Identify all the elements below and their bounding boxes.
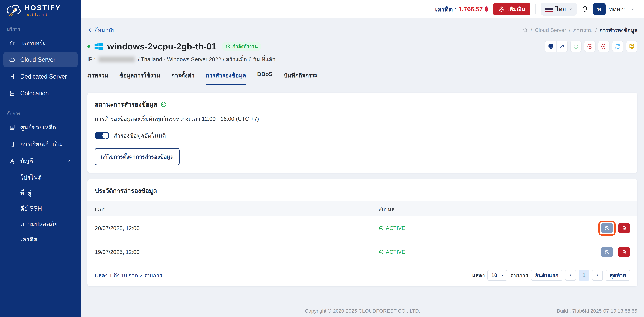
edit-backup-settings-button[interactable]: แก้ไขการตั้งค่าการสำรองข้อมูล: [95, 148, 180, 165]
sidebar-item-dashboard[interactable]: แดชบอร์ด: [3, 35, 78, 51]
user-gear-icon: [9, 158, 16, 164]
auto-backup-toggle[interactable]: [95, 132, 109, 139]
trash-icon: [621, 225, 627, 231]
language-label: ไทย: [556, 5, 566, 14]
topup-label: เติมเงิน: [507, 5, 526, 14]
status-active: ACTIVE: [378, 249, 405, 255]
tab-activity-log[interactable]: บันทึกกิจกรรม: [284, 71, 319, 85]
brand-domain: hostify.in.th: [24, 13, 61, 17]
sidebar-subitem-credit[interactable]: เครดิต: [3, 232, 78, 247]
coin-icon: $: [498, 6, 505, 13]
sidebar-item-dedicated-server[interactable]: Dedicated Server: [3, 69, 78, 84]
delete-backup-button[interactable]: [618, 223, 630, 233]
pagination-summary: แสดง 1 ถึง 10 จาก 2 รายการ: [95, 271, 162, 280]
highlight-ring: [598, 221, 616, 236]
sidebar-item-help-center[interactable]: ? ศูนย์ช่วยเหลือ: [3, 120, 78, 135]
console-button[interactable]: [545, 41, 556, 52]
brand-logo[interactable]: HOSTIFY hostify.in.th: [0, 0, 81, 17]
console-button-group: [545, 41, 568, 52]
backup-history-card: ประวัติการสำรองข้อมูล เวลา สถานะ 20/07/2…: [88, 179, 638, 286]
svg-text:?: ?: [12, 126, 13, 128]
restore-backup-button[interactable]: [601, 223, 613, 233]
tab-backup[interactable]: การสำรองข้อมูล: [206, 71, 246, 85]
page-1-button[interactable]: 1: [578, 270, 589, 281]
restore-backup-button[interactable]: [601, 247, 613, 257]
backup-time: 20/07/2025, 12:00: [95, 225, 378, 231]
home-icon[interactable]: [522, 28, 528, 33]
page-size-select[interactable]: 10: [488, 270, 507, 281]
arrow-up-right-icon: [559, 43, 565, 50]
back-link[interactable]: ย้อนกลับ: [88, 26, 116, 35]
sidebar-item-billing[interactable]: การเรียกเก็บเงิน: [3, 136, 78, 152]
breadcrumb-current: การสำรองข้อมูล: [600, 26, 638, 35]
next-page-button[interactable]: [592, 270, 603, 281]
auto-backup-label: สำรองข้อมูลอัตโนมัติ: [114, 131, 166, 140]
ip-address-redacted: [99, 57, 135, 62]
language-selector[interactable]: ไทย: [541, 3, 576, 16]
server-meta-text: / Thailand - Windows Server 2022 / สร้าง…: [138, 55, 275, 64]
footer: Copyright © 2020-2025 CLOUDFOREST CO., L…: [81, 305, 644, 317]
chevron-down-icon: [569, 7, 572, 11]
sidebar-item-account[interactable]: บัญชี: [3, 153, 78, 169]
open-console-external-button[interactable]: [556, 41, 567, 52]
sidebar-subitem-profile[interactable]: โปรไฟล์: [3, 170, 78, 185]
backup-status-card: สถานะการสำรองข้อมูล การสำรองข้อมูลจะเริ่…: [88, 93, 638, 173]
sidebar: HOSTIFY hostify.in.th บริการ แดชบอร์ด Cl…: [0, 0, 81, 317]
previous-page-button[interactable]: [565, 270, 576, 281]
backup-time: 19/07/2025, 12:00: [95, 249, 378, 255]
delete-backup-button[interactable]: [618, 247, 630, 257]
brand-name: HOSTIFY: [24, 4, 61, 12]
sidebar-item-label: การเรียกเก็บเงิน: [20, 139, 62, 149]
tab-overview[interactable]: ภาพรวม: [88, 71, 108, 85]
show-label: แสดง: [472, 271, 485, 280]
restart-icon: [601, 43, 607, 50]
power-on-button[interactable]: [570, 41, 582, 52]
items-label: รายการ: [510, 271, 528, 280]
breadcrumb-separator: /: [530, 27, 532, 33]
breadcrumb-overview[interactable]: ภาพรวม: [573, 26, 592, 35]
backup-schedule-text: การสำรองข้อมูลจะเริ่มต้นทุกวันระหว่างเวล…: [95, 114, 630, 123]
sidebar-section-services: บริการ: [7, 25, 81, 33]
arrow-left-icon: [88, 28, 92, 33]
sidebar-subitem-security[interactable]: ความปลอดภัย: [3, 216, 78, 231]
status-label: ACTIVE: [386, 249, 405, 255]
backup-status-title: สถานะการสำรองข้อมูล: [95, 99, 157, 109]
tab-settings[interactable]: การตั้งค่า: [171, 71, 194, 85]
chevron-up-icon: [68, 159, 72, 163]
credit-value: 1,766.57 ฿: [458, 6, 488, 13]
sidebar-item-label: ศูนย์ช่วยเหลือ: [20, 123, 56, 132]
notifications-bell-icon[interactable]: [581, 6, 588, 13]
breadcrumb-cloud-server[interactable]: Cloud Server: [535, 27, 566, 33]
stop-button[interactable]: [584, 41, 596, 52]
sidebar-subitem-label: โปรไฟล์: [20, 173, 42, 182]
table-row: 20/07/2025, 12:00 ACTIVE: [88, 216, 638, 240]
sidebar-item-label: Cloud Server: [20, 56, 56, 63]
ring-spacer: [598, 244, 616, 260]
column-header-status: สถานะ: [378, 205, 592, 213]
user-menu[interactable]: ท ทดสอบ: [593, 3, 634, 16]
toggle-knob: [102, 133, 108, 139]
reinstall-button[interactable]: [626, 41, 638, 52]
table-row: 19/07/2025, 12:00 ACTIVE: [88, 240, 638, 264]
chevron-up-icon: [500, 273, 504, 277]
sidebar-subitem-ssh-keys[interactable]: คีย์ SSH: [3, 201, 78, 216]
restart-button[interactable]: [598, 41, 610, 52]
server-tower-icon: [9, 73, 16, 80]
last-page-button[interactable]: สุดท้าย: [606, 270, 630, 281]
first-page-button[interactable]: อันดับแรก: [531, 270, 562, 281]
refresh-button[interactable]: [612, 41, 624, 52]
power-icon: [573, 43, 579, 50]
sidebar-subitem-label: ที่อยู่: [20, 188, 31, 198]
topup-button[interactable]: $ เติมเงิน: [493, 3, 530, 15]
breadcrumb: / Cloud Server / ภาพรวม / การสำรองข้อมูล: [522, 26, 638, 35]
tab-ddos[interactable]: DDoS: [257, 71, 273, 85]
status-badge-label: กำลังทำงาน: [232, 43, 258, 50]
tab-usage[interactable]: ข้อมูลการใช้งาน: [119, 71, 160, 85]
sidebar-subitem-label: ความปลอดภัย: [20, 219, 58, 229]
status-label: ACTIVE: [386, 225, 405, 231]
server-actions: [545, 41, 638, 52]
sidebar-item-colocation[interactable]: Colocation: [3, 86, 78, 101]
topbar: เครดิต : 1,766.57 ฿ $ เติมเงิน ไทย: [81, 0, 644, 19]
sidebar-item-cloud-server[interactable]: Cloud Server: [3, 52, 78, 68]
sidebar-subitem-address[interactable]: ที่อยู่: [3, 185, 78, 200]
